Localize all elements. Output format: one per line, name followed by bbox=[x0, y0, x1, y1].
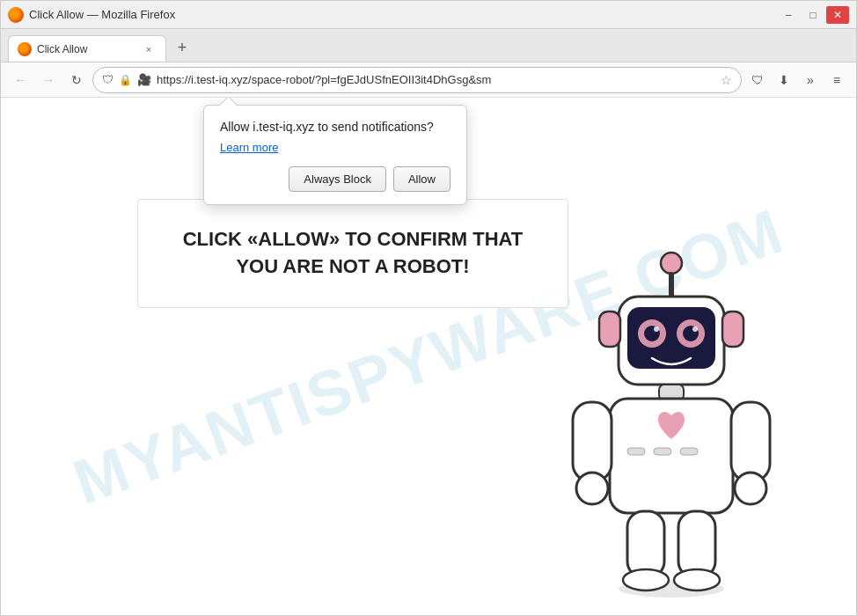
svg-point-21 bbox=[735, 473, 766, 504]
lock-icon: 🔒 bbox=[119, 74, 132, 86]
notification-popup: Allow i.test-iq.xyz to send notification… bbox=[203, 105, 467, 205]
new-tab-button[interactable]: + bbox=[170, 35, 194, 60]
url-text: https://i.test-iq.xyz/space-robot/?pl=fg… bbox=[157, 73, 715, 86]
close-button[interactable]: ✕ bbox=[826, 6, 849, 24]
shield-icon: 🛡 bbox=[102, 73, 114, 86]
extensions-button[interactable]: » bbox=[798, 68, 823, 92]
reload-button[interactable]: ↻ bbox=[64, 68, 89, 92]
notification-buttons: Always Block Allow bbox=[220, 166, 450, 192]
download-button[interactable]: ⬇ bbox=[772, 68, 796, 92]
menu-button[interactable]: ≡ bbox=[824, 68, 849, 92]
svg-rect-17 bbox=[680, 448, 698, 455]
camera-icon: 🎥 bbox=[137, 73, 151, 86]
forward-button[interactable]: → bbox=[36, 68, 61, 92]
address-bar[interactable]: 🛡 🔒 🎥 https://i.test-iq.xyz/space-robot/… bbox=[92, 67, 742, 93]
svg-rect-16 bbox=[654, 448, 671, 455]
svg-rect-12 bbox=[722, 312, 743, 347]
firefox-icon bbox=[8, 7, 24, 23]
minimize-button[interactable]: – bbox=[777, 6, 800, 24]
svg-point-10 bbox=[692, 326, 698, 332]
notification-text: Allow i.test-iq.xyz to send notification… bbox=[220, 120, 450, 134]
shield-extra-button[interactable]: 🛡 bbox=[745, 68, 770, 92]
navbar: ← → ↻ 🛡 🔒 🎥 https://i.test-iq.xyz/space-… bbox=[1, 62, 856, 98]
titlebar: Click Allow — Mozilla Firefox – □ ✕ bbox=[1, 1, 856, 29]
tabbar: Click Allow × + bbox=[1, 29, 856, 62]
tab-close-button[interactable]: × bbox=[141, 41, 157, 57]
svg-rect-22 bbox=[627, 511, 664, 577]
titlebar-controls: – □ ✕ bbox=[777, 6, 849, 24]
svg-point-9 bbox=[654, 326, 659, 332]
svg-rect-2 bbox=[669, 272, 674, 298]
svg-point-23 bbox=[623, 569, 669, 590]
window-title: Click Allow — Mozilla Firefox bbox=[29, 8, 175, 21]
maximize-button[interactable]: □ bbox=[802, 6, 824, 24]
tab-favicon bbox=[18, 42, 32, 56]
svg-rect-24 bbox=[678, 511, 715, 577]
bookmark-icon[interactable]: ☆ bbox=[721, 73, 732, 87]
active-tab[interactable]: Click Allow × bbox=[8, 35, 166, 62]
main-message-text: CLICK «ALLOW» TO CONFIRM THAT YOU ARE NO… bbox=[173, 226, 532, 281]
learn-more-link[interactable]: Learn more bbox=[220, 141, 450, 154]
svg-point-19 bbox=[576, 473, 608, 504]
svg-point-25 bbox=[674, 569, 720, 590]
robot-svg bbox=[531, 228, 812, 598]
always-block-button[interactable]: Always Block bbox=[289, 166, 386, 192]
tab-title: Click Allow bbox=[37, 43, 136, 55]
svg-rect-11 bbox=[599, 312, 620, 347]
page-content: MYANTISPYWARE.COM CLICK «ALLOW» TO CONFI… bbox=[1, 98, 856, 615]
svg-rect-18 bbox=[573, 402, 612, 481]
main-message-box: CLICK «ALLOW» TO CONFIRM THAT YOU ARE NO… bbox=[137, 199, 568, 308]
browser-window: Click Allow — Mozilla Firefox – □ ✕ Clic… bbox=[0, 0, 857, 616]
svg-rect-15 bbox=[627, 448, 645, 455]
robot-illustration bbox=[531, 228, 812, 598]
allow-button[interactable]: Allow bbox=[393, 166, 450, 192]
titlebar-left: Click Allow — Mozilla Firefox bbox=[8, 7, 175, 23]
back-button[interactable]: ← bbox=[8, 68, 33, 92]
svg-rect-20 bbox=[731, 402, 770, 481]
svg-point-1 bbox=[661, 253, 682, 274]
nav-extras: 🛡 ⬇ » ≡ bbox=[745, 68, 849, 92]
